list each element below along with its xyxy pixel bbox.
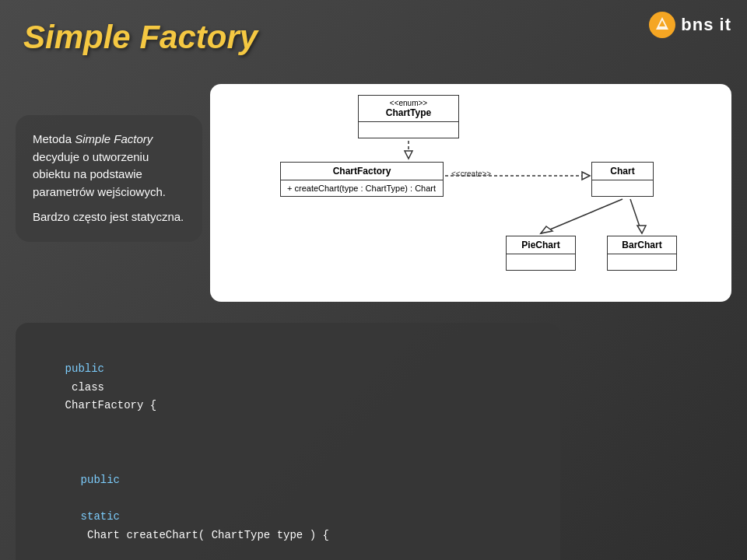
chart-name: Chart xyxy=(610,166,634,177)
description-text: Metoda Simple Factory decyduje o utworze… xyxy=(33,131,185,201)
uml-node-chartfactory: ChartFactory + createChart(type : ChartT… xyxy=(280,162,444,197)
piechart-name: PieChart xyxy=(521,240,559,250)
logo-icon xyxy=(648,11,676,39)
simple-factory-italic: Simple Factory xyxy=(75,132,153,145)
page-title: Simple Factory xyxy=(23,19,258,56)
uml-diagram: <<enum>> ChartType ChartFactory + create… xyxy=(210,84,731,302)
svg-line-7 xyxy=(630,199,642,233)
svg-marker-6 xyxy=(541,226,552,233)
uml-node-piechart: PieChart xyxy=(506,236,576,271)
logo-text: bns it xyxy=(681,15,731,35)
charttype-name: ChartType xyxy=(386,107,431,118)
charttype-stereotype: <<enum>> xyxy=(365,99,452,107)
barchart-name: BarChart xyxy=(622,240,661,250)
create-label: <<create>> xyxy=(451,170,491,178)
svg-marker-4 xyxy=(582,172,590,180)
left-description-box: Metoda Simple Factory decyduje o utworze… xyxy=(16,115,202,242)
svg-marker-8 xyxy=(637,226,646,233)
code-line-blank1 xyxy=(39,434,537,453)
svg-line-5 xyxy=(541,199,622,233)
code-line-1: public class ChartFactory { xyxy=(39,341,537,434)
chartfactory-method: + createChart(type : ChartType) : Chart xyxy=(281,180,443,196)
code-box: public class ChartFactory { public stati… xyxy=(16,323,560,560)
svg-marker-2 xyxy=(405,151,412,159)
logo-area: bns it xyxy=(648,11,731,39)
description-text-2: Bardzo często jest statyczna. xyxy=(33,208,185,226)
uml-node-chart: Chart xyxy=(591,162,654,197)
uml-node-charttype: <<enum>> ChartType xyxy=(358,95,459,138)
uml-node-barchart: BarChart xyxy=(607,236,677,271)
chartfactory-name: ChartFactory xyxy=(333,166,391,177)
code-line-2: public static Chart createChart( ChartTy… xyxy=(39,453,537,560)
